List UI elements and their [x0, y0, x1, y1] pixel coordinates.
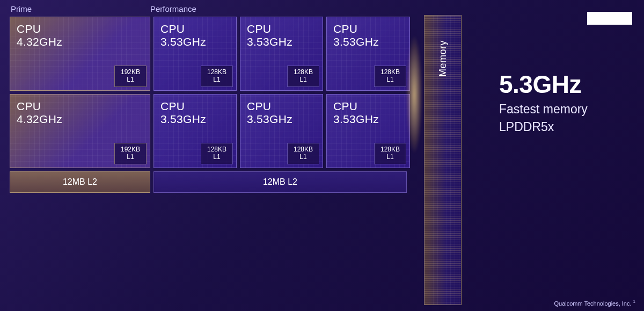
l1-size: 128KB — [206, 69, 228, 76]
core-title: CPU — [333, 100, 403, 113]
l1-size: 128KB — [379, 146, 401, 154]
perf-core: CPU 3.53GHz 128KB L1 — [240, 94, 323, 168]
l1-size: 128KB — [206, 146, 228, 154]
core-title: CPU — [160, 100, 230, 113]
perf-core: CPU 3.53GHz 128KB L1 — [326, 17, 410, 91]
l1-label: L1 — [292, 154, 314, 161]
headline-line2: LPDDR5x — [499, 120, 639, 134]
core-freq: 3.53GHz — [160, 113, 230, 126]
brand-logo — [587, 12, 632, 25]
perf-core: CPU 3.53GHz 128KB L1 — [326, 94, 410, 168]
cluster-labels: Prime Performance — [10, 4, 407, 13]
core-title: CPU — [160, 23, 230, 35]
prime-core: CPU 4.32GHz 192KB L1 — [10, 17, 150, 91]
core-title: CPU — [17, 100, 143, 113]
l1-size: 192KB — [119, 146, 142, 154]
headline-block: 5.3GHz Fastest memory LPDDR5x — [499, 70, 639, 134]
core-freq: 4.32GHz — [17, 35, 143, 48]
l1-label: L1 — [379, 76, 401, 84]
core-title: CPU — [247, 23, 316, 35]
diagram-root: Prime Performance CPU 4.32GHz 192KB L1 C… — [0, 0, 644, 311]
l1-cache: 128KB L1 — [374, 143, 406, 164]
l1-label: L1 — [119, 76, 142, 84]
core-freq: 3.53GHz — [247, 113, 316, 126]
perf-core: CPU 3.53GHz 128KB L1 — [153, 94, 237, 168]
perf-core: CPU 3.53GHz 128KB L1 — [153, 17, 237, 91]
l1-cache: 192KB L1 — [114, 143, 147, 164]
l2-row: 12MB L2 12MB L2 — [10, 171, 407, 193]
perf-core: CPU 3.53GHz 128KB L1 — [240, 17, 323, 91]
l1-size: 128KB — [379, 69, 401, 76]
performance-l2: 12MB L2 — [153, 171, 407, 193]
footer-text: Qualcomm Technologies, Inc. — [554, 300, 631, 307]
l1-size: 192KB — [119, 69, 142, 76]
l1-label: L1 — [119, 154, 142, 161]
core-freq: 3.53GHz — [333, 35, 403, 48]
core-freq: 3.53GHz — [247, 35, 316, 48]
headline-speed: 5.3GHz — [499, 70, 639, 99]
cpu-block: Prime Performance CPU 4.32GHz 192KB L1 C… — [10, 4, 407, 193]
l1-label: L1 — [206, 76, 228, 84]
l1-cache: 128KB L1 — [201, 66, 233, 87]
performance-label: Performance — [147, 4, 196, 13]
core-freq: 4.32GHz — [17, 113, 143, 126]
prime-core: CPU 4.32GHz 192KB L1 — [10, 94, 150, 168]
l1-size: 128KB — [292, 69, 314, 76]
headline-line1: Fastest memory — [499, 102, 639, 117]
core-title: CPU — [247, 100, 316, 113]
core-freq: 3.53GHz — [160, 35, 230, 48]
memory-label: Memory — [437, 40, 449, 77]
l1-label: L1 — [206, 154, 228, 161]
l1-cache: 128KB L1 — [287, 143, 319, 164]
footer-attribution: Qualcomm Technologies, Inc.1 — [554, 299, 635, 307]
prime-label: Prime — [10, 4, 147, 13]
l1-label: L1 — [379, 154, 401, 161]
l1-cache: 192KB L1 — [114, 66, 147, 87]
l1-cache: 128KB L1 — [201, 143, 233, 164]
core-grid: CPU 4.32GHz 192KB L1 CPU 3.53GHz 128KB L… — [10, 17, 407, 168]
l1-cache: 128KB L1 — [374, 66, 406, 87]
core-freq: 3.53GHz — [333, 113, 403, 126]
core-title: CPU — [333, 23, 403, 35]
footer-sup: 1 — [633, 299, 635, 304]
l1-cache: 128KB L1 — [287, 66, 319, 87]
prime-l2: 12MB L2 — [10, 171, 150, 193]
l1-label: L1 — [292, 76, 314, 84]
l1-size: 128KB — [292, 146, 314, 154]
memory-column: Memory — [424, 15, 462, 305]
core-title: CPU — [17, 23, 143, 35]
